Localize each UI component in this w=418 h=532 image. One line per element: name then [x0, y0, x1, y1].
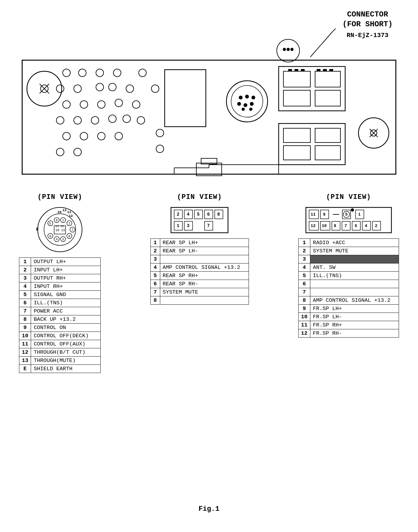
svg-rect-67: [279, 124, 345, 165]
pin-label: SHIELD EARTH: [31, 365, 101, 373]
pin-label: FR.SP LH+: [310, 305, 399, 313]
pin-number: 4: [19, 282, 31, 291]
pin-number: 8: [298, 296, 310, 305]
svg-rect-56: [279, 66, 345, 111]
table-row: 1REAR SP LH+: [150, 239, 249, 247]
pin-number: 5: [150, 272, 160, 280]
middle-connector-diagram: 2 4 5 6 8 1 3 7: [168, 204, 231, 236]
fig-label: Fig.1: [199, 505, 219, 513]
svg-point-50: [251, 96, 255, 99]
svg-text:5: 5: [345, 212, 348, 217]
svg-point-40: [115, 132, 123, 140]
pin-label: CONTROL OFF(AUX): [31, 340, 101, 348]
pin-number: 1: [19, 258, 31, 266]
table-row: 4AMP CONTROL SIGNAL +13.2: [150, 263, 249, 272]
svg-text:F: F: [36, 227, 39, 232]
svg-rect-61: [288, 69, 292, 72]
pin-label: [160, 296, 249, 305]
svg-rect-70: [283, 146, 310, 160]
svg-point-15: [63, 69, 70, 77]
svg-rect-58: [315, 71, 340, 87]
pin-label: ILL.(TNS): [31, 299, 101, 307]
table-row: 5ILL.(TNS): [298, 272, 399, 280]
pin-label: THROUGH(B/T CUT): [31, 348, 101, 357]
svg-point-25: [151, 85, 159, 92]
svg-line-1: [332, 28, 336, 32]
pin-number: 9: [19, 324, 31, 332]
left-pin-view-block: (PIN VIEW) F 5 6 1 2 7 8: [19, 193, 101, 373]
svg-text:6: 6: [355, 224, 357, 228]
svg-text:7: 7: [72, 228, 73, 232]
svg-text:7: 7: [345, 224, 347, 228]
table-row: 11CONTROL OFF(AUX): [19, 340, 101, 348]
svg-point-23: [109, 83, 116, 91]
pin-number: 11: [298, 321, 310, 329]
svg-point-19: [139, 69, 146, 77]
table-row: 6ILL.(TNS): [19, 299, 101, 307]
table-row: 1OUTPUT LH+: [19, 258, 101, 266]
table-row: 9CONTROL ON: [19, 324, 101, 332]
svg-point-28: [98, 101, 105, 108]
svg-text:2: 2: [375, 224, 377, 228]
svg-point-24: [126, 85, 134, 92]
svg-rect-69: [315, 128, 340, 142]
svg-text:10 13: 10 13: [55, 229, 65, 232]
left-pin-view-title: (PIN VIEW): [37, 193, 82, 201]
table-row: 11FR.SP RH+: [298, 321, 399, 329]
pin-label: FR.SP RH-: [310, 329, 399, 338]
svg-point-41: [56, 148, 64, 156]
pin-number: 4: [298, 263, 310, 272]
table-row: 7POWER ACC: [19, 307, 101, 315]
svg-text:9: 9: [49, 235, 51, 238]
svg-rect-6: [22, 60, 396, 174]
svg-point-54: [242, 108, 245, 111]
svg-point-22: [96, 83, 104, 91]
pin-number: 6: [298, 280, 310, 288]
svg-text:5: 5: [197, 212, 200, 217]
table-row: 4INPUT RH+: [19, 282, 101, 291]
svg-text:8: 8: [217, 212, 220, 217]
device-svg: [19, 51, 399, 184]
pin-label: CONTROL OFF(DECK): [31, 332, 101, 340]
svg-point-31: [56, 117, 64, 124]
svg-point-16: [79, 69, 86, 77]
pin-number: 4: [150, 263, 160, 272]
svg-point-133: [351, 208, 354, 212]
pin-label: INPUT LH+: [31, 266, 101, 274]
svg-text:5: 5: [49, 222, 51, 225]
pin-label: SYSTEM MUTE: [160, 288, 249, 296]
connector-label: CONNECTOR(FOR SHORT): [343, 10, 393, 29]
pin-number: 12: [19, 348, 31, 357]
svg-text:2: 2: [68, 222, 70, 225]
svg-point-48: [239, 96, 243, 99]
table-row: 8BACK UP +13.2: [19, 315, 101, 324]
svg-point-42: [74, 148, 81, 156]
svg-text:12: 12: [69, 214, 73, 218]
pin-number: 8: [19, 315, 31, 324]
pin-label: REAR SP RH-: [160, 280, 249, 288]
right-pin-view-title: (PIN VIEW): [326, 193, 371, 201]
pin-label: REAR SP LH-: [160, 247, 249, 255]
pin-label: SIGNAL GND: [31, 291, 101, 299]
left-pin-table: 1OUTPUT LH+2INPUT LH+3OUTPUT RH+4INPUT R…: [19, 257, 101, 373]
pin-label: ANT. SW: [310, 263, 399, 272]
pin-number: 8: [150, 296, 160, 305]
pin-number: 5: [298, 272, 310, 280]
svg-point-21: [74, 85, 81, 92]
left-connector-diagram: F 5 6 1 2 7 8 3 4 9: [31, 204, 88, 255]
pin-label: INPUT RH+: [31, 282, 101, 291]
pin-label: [310, 280, 399, 288]
pin-label: ILL.(TNS): [310, 272, 399, 280]
pin-number: 6: [150, 280, 160, 288]
pin-number: 7: [19, 307, 31, 315]
pin-label: BACK UP +13.2 ████████: [310, 255, 399, 263]
svg-rect-65: [323, 69, 327, 72]
svg-text:1: 1: [177, 223, 179, 228]
svg-text:3: 3: [62, 238, 64, 241]
svg-point-39: [98, 132, 105, 140]
svg-point-49: [245, 95, 249, 98]
pin-label: SYSTEM MUTE: [310, 247, 399, 255]
svg-point-55: [249, 108, 252, 111]
pin-number: 3: [150, 255, 160, 263]
pin-label: OUTPUT LH+: [31, 258, 101, 266]
